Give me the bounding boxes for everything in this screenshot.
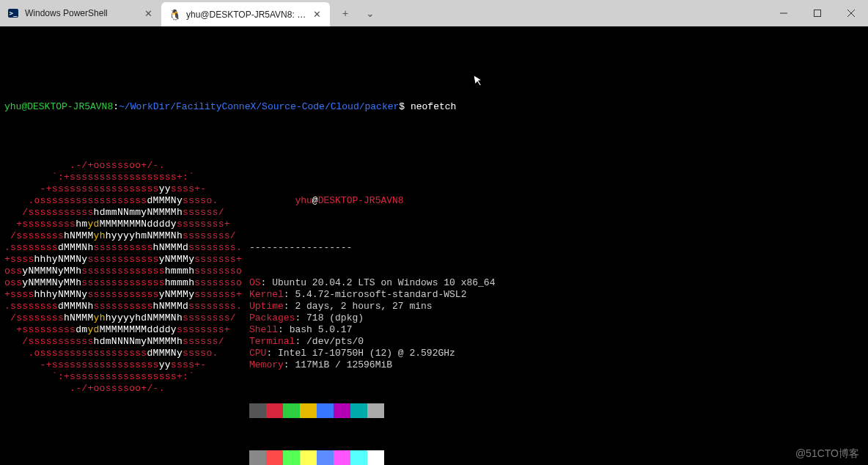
neofetch-header: yhu@DESKTOP-JR5AVN8 (249, 183, 864, 219)
info-value: 718 (dpkg) (306, 312, 364, 323)
minimize-button[interactable] (767, 0, 801, 26)
info-value: bash 5.0.17 (290, 324, 353, 335)
color-swatch (283, 403, 300, 418)
info-key: Packages (249, 312, 295, 323)
terminal-pane[interactable]: yhu@DESKTOP-JR5AVN8:~/WorkDir/FacilityCo… (0, 26, 868, 465)
neofetch-user: yhu (295, 195, 312, 206)
color-swatch (283, 450, 300, 465)
logo-line: -+ssssssssssssssssssyyssss+- (4, 359, 232, 371)
logo-line: /sssssssshNMMMyhhyyyyhdNMMMNhssssssss/ (4, 312, 232, 324)
logo-line: +sssshhhyNMMNyssssssssssssyNMMMysssssss+ (4, 254, 232, 266)
info-value: Intel i7-10750H (12) @ 2.592GHz (278, 348, 455, 359)
logo-line: ossyNMMMNyMMhsssssssssssssshmmmhssssssso (4, 266, 232, 277)
color-swatch (334, 403, 350, 418)
watermark-text: @51CTO博客 (795, 447, 859, 459)
logo-line: ossyNMMMNyMMhsssssssssssssshmmmhssssssso (4, 277, 232, 289)
color-swatch (266, 403, 283, 418)
info-value: Ubuntu 20.04.2 LTS on Windows 10 x86_64 (272, 277, 495, 288)
neofetch-logo: .-/+oossssoo+/-. `:+ssssssssssssssssss+:… (4, 160, 232, 465)
color-swatch (266, 450, 283, 465)
chevron-down-icon: ⌄ (366, 7, 375, 19)
logo-line: .ossssssssssssssssssdMMMNysssso. (4, 348, 232, 359)
info-key: Memory (249, 359, 284, 370)
logo-line: /ssssssssssshdmmNNmmyNMMMMhssssss/ (4, 207, 232, 219)
maximize-button[interactable] (801, 0, 834, 26)
powershell-icon: >_ (7, 7, 19, 19)
tab-title: yhu@DESKTOP-JR5AVN8: ~/Wo (186, 10, 306, 20)
title-bar: >_ Windows PowerShell ✕ 🐧 yhu@DESKTOP-JR… (0, 0, 868, 26)
neofetch-info-line: Kernel: 5.4.72-microsoft-standard-WSL2 (249, 289, 864, 301)
logo-line: .ssssssssdMMMNhsssssssssshNMMMdssssssss. (4, 242, 232, 254)
color-swatch (367, 450, 384, 465)
neofetch-info: yhu@DESKTOP-JR5AVN8 ------------------ O… (249, 160, 864, 465)
logo-line: /sssssssshNMMMyhhyyyyhmNMMMNhssssssss/ (4, 230, 232, 242)
close-icon (847, 10, 855, 17)
info-key: OS (249, 277, 261, 288)
neofetch-at: @ (312, 195, 318, 206)
tab-actions: + ⌄ (330, 0, 381, 26)
prompt-path: ~/WorkDir/FacilityConneX/Source-Code/Clo… (119, 101, 399, 113)
logo-line: .ssssssssdMMMNhsssssssssshNMMMdssssssss. (4, 301, 232, 312)
minimize-icon (780, 10, 787, 17)
logo-line: `:+ssssssssssssssssss+:` (4, 172, 232, 183)
neofetch-info-line: Uptime: 2 days, 2 hours, 27 mins (249, 301, 864, 312)
ansi-color-swatches-normal (249, 403, 864, 418)
info-value: 2 days, 2 hours, 27 mins (295, 301, 432, 312)
info-key: Uptime (249, 301, 284, 312)
new-tab-button[interactable]: + (334, 2, 356, 24)
neofetch-info-line: CPU: Intel i7-10750H (12) @ 2.592GHz (249, 348, 864, 359)
neofetch-separator: ------------------ (249, 242, 864, 254)
logo-line: +sssshhhyNMMNyssssssssssssyNMMMysssssss+ (4, 289, 232, 301)
tab-close-button[interactable]: ✕ (312, 9, 323, 21)
tab-title: Windows PowerShell (25, 8, 136, 18)
window-controls (767, 0, 868, 26)
neofetch-host: DESKTOP-JR5AVN8 (318, 195, 404, 206)
info-key: Terminal (249, 336, 295, 347)
color-swatch (300, 403, 317, 418)
info-key: Kernel (249, 289, 284, 300)
logo-line: -+ssssssssssssssssssyyssss+- (4, 183, 232, 195)
plus-icon: + (342, 7, 348, 19)
svg-rect-1 (814, 10, 821, 17)
tab-wsl-ubuntu[interactable]: 🐧 yhu@DESKTOP-JR5AVN8: ~/Wo ✕ (161, 2, 330, 26)
neofetch-output: .-/+oossssoo+/-. `:+ssssssssssssssssss+:… (4, 160, 864, 465)
logo-line: .-/+oossssoo+/-. (4, 383, 232, 395)
color-swatch (300, 450, 317, 465)
info-value: /dev/pts/0 (306, 336, 364, 347)
logo-line: /ssssssssssshdmNNNNmyNMMMMhssssss/ (4, 336, 232, 348)
logo-line: `:+ssssssssssssssssss+:` (4, 371, 232, 383)
tux-icon: 🐧 (169, 9, 180, 21)
logo-line: +sssssssssdmydMMMMMMMMddddyssssssss+ (4, 324, 232, 336)
logo-line: +ssssssssshmydMMMMMMMNddddyssssssss+ (4, 219, 232, 230)
tab-close-button[interactable]: ✕ (142, 7, 154, 19)
neofetch-info-line: Memory: 117MiB / 12596MiB (249, 359, 864, 371)
tab-dropdown-button[interactable]: ⌄ (359, 2, 381, 24)
info-value: 5.4.72-microsoft-standard-WSL2 (295, 289, 466, 300)
color-swatch (249, 450, 266, 465)
neofetch-info-line: Shell: bash 5.0.17 (249, 324, 864, 336)
prompt-line: yhu@DESKTOP-JR5AVN8:~/WorkDir/FacilityCo… (4, 101, 864, 113)
prompt-userhost: yhu@DESKTOP-JR5AVN8 (4, 101, 113, 113)
info-key: CPU (249, 348, 266, 359)
tab-strip: >_ Windows PowerShell ✕ 🐧 yhu@DESKTOP-JR… (0, 0, 330, 26)
info-key: Shell (249, 324, 278, 335)
color-swatch (367, 403, 384, 418)
prompt-symbol: $ (399, 101, 405, 113)
maximize-icon (814, 10, 821, 17)
neofetch-info-line: Terminal: /dev/pts/0 (249, 336, 864, 348)
color-swatch (350, 450, 367, 465)
color-swatch (317, 403, 334, 418)
titlebar-drag-region[interactable] (381, 0, 767, 26)
command-text: neofetch (411, 101, 456, 113)
prompt-colon: : (113, 101, 119, 113)
close-window-button[interactable] (834, 0, 868, 26)
color-swatch (249, 403, 266, 418)
neofetch-info-line: OS: Ubuntu 20.04.2 LTS on Windows 10 x86… (249, 277, 864, 289)
ansi-color-swatches-bright (249, 450, 864, 465)
logo-line: .ossssssssssssssssssdMMMNysssso. (4, 195, 232, 207)
tab-powershell[interactable]: >_ Windows PowerShell ✕ (0, 0, 161, 26)
info-value: 117MiB / 12596MiB (295, 359, 392, 370)
color-swatch (350, 403, 367, 418)
color-swatch (334, 450, 350, 465)
color-swatch (317, 450, 334, 465)
